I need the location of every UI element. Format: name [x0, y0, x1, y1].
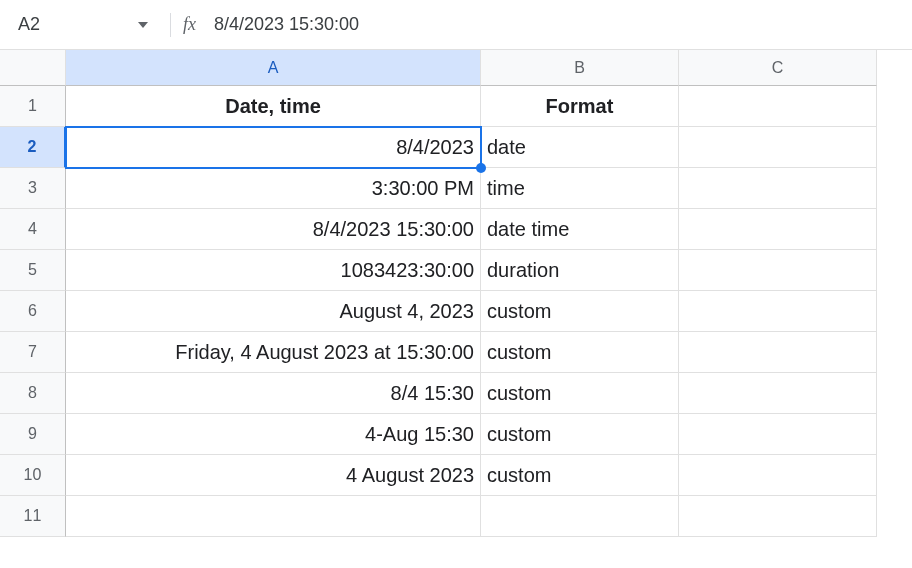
cell-a2[interactable]: 8/4/2023 — [65, 126, 482, 169]
cell-b3[interactable]: time — [481, 168, 679, 209]
row-header-4[interactable]: 4 — [0, 209, 66, 250]
cell-a7[interactable]: Friday, 4 August 2023 at 15:30:00 — [66, 332, 481, 373]
cell-b10[interactable]: custom — [481, 455, 679, 496]
cell-a5[interactable]: 1083423:30:00 — [66, 250, 481, 291]
cell-a10[interactable]: 4 August 2023 — [66, 455, 481, 496]
cell-b5[interactable]: duration — [481, 250, 679, 291]
cell-b4[interactable]: date time — [481, 209, 679, 250]
row-header-9[interactable]: 9 — [0, 414, 66, 455]
cell-c7[interactable] — [679, 332, 877, 373]
cell-c10[interactable] — [679, 455, 877, 496]
row-header-11[interactable]: 11 — [0, 496, 66, 537]
cell-a2-value: 8/4/2023 — [396, 136, 474, 159]
select-all-corner[interactable] — [0, 50, 66, 86]
row-header-6[interactable]: 6 — [0, 291, 66, 332]
formula-bar: A2 fx — [0, 0, 912, 50]
cell-b1[interactable]: Format — [481, 86, 679, 127]
cell-a6[interactable]: August 4, 2023 — [66, 291, 481, 332]
selection-handle[interactable] — [476, 163, 486, 173]
dropdown-icon — [138, 22, 148, 28]
cell-c11[interactable] — [679, 496, 877, 537]
cell-a8[interactable]: 8/4 15:30 — [66, 373, 481, 414]
cell-b7[interactable]: custom — [481, 332, 679, 373]
row-header-3[interactable]: 3 — [0, 168, 66, 209]
cell-c6[interactable] — [679, 291, 877, 332]
col-header-b[interactable]: B — [481, 50, 679, 86]
cell-c5[interactable] — [679, 250, 877, 291]
cell-b9[interactable]: custom — [481, 414, 679, 455]
cell-b2[interactable]: date — [481, 127, 679, 168]
name-box[interactable]: A2 — [8, 10, 158, 39]
row-header-10[interactable]: 10 — [0, 455, 66, 496]
divider — [170, 13, 171, 37]
formula-input[interactable] — [214, 14, 904, 35]
cell-b6[interactable]: custom — [481, 291, 679, 332]
row-header-7[interactable]: 7 — [0, 332, 66, 373]
cell-c3[interactable] — [679, 168, 877, 209]
name-box-text: A2 — [18, 14, 130, 35]
cell-a9[interactable]: 4-Aug 15:30 — [66, 414, 481, 455]
cell-c1[interactable] — [679, 86, 877, 127]
cell-a1[interactable]: Date, time — [66, 86, 481, 127]
col-header-a[interactable]: A — [66, 50, 481, 86]
cell-b11[interactable] — [481, 496, 679, 537]
row-header-2[interactable]: 2 — [0, 127, 66, 168]
cell-c9[interactable] — [679, 414, 877, 455]
row-header-1[interactable]: 1 — [0, 86, 66, 127]
row-header-8[interactable]: 8 — [0, 373, 66, 414]
cell-a3[interactable]: 3:30:00 PM — [66, 168, 481, 209]
spreadsheet-grid: A B C 1 Date, time Format 2 8/4/2023 dat… — [0, 50, 912, 537]
row-header-5[interactable]: 5 — [0, 250, 66, 291]
col-header-c[interactable]: C — [679, 50, 877, 86]
cell-a11[interactable] — [66, 496, 481, 537]
cell-b8[interactable]: custom — [481, 373, 679, 414]
fx-label: fx — [183, 14, 196, 35]
cell-c4[interactable] — [679, 209, 877, 250]
cell-c8[interactable] — [679, 373, 877, 414]
cell-c2[interactable] — [679, 127, 877, 168]
cell-a4[interactable]: 8/4/2023 15:30:00 — [66, 209, 481, 250]
